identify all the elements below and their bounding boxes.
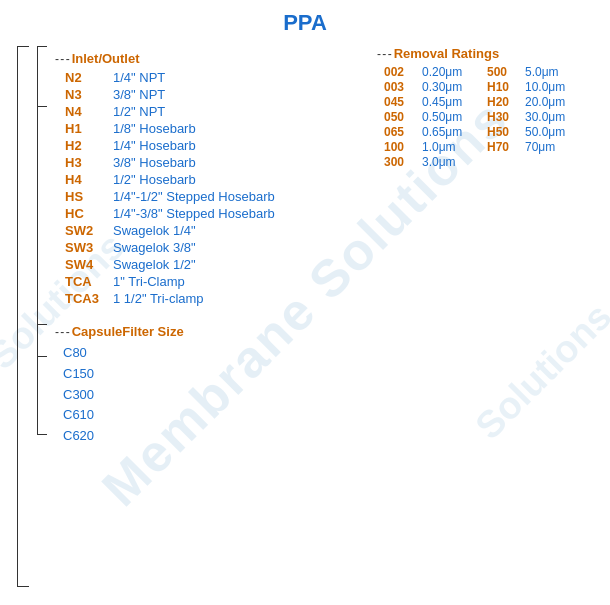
- r-val-empty: [525, 155, 595, 169]
- capsule-item-4: C620: [63, 426, 184, 447]
- inlet-code-3: H1: [65, 121, 113, 136]
- r-code-empty: [487, 155, 525, 169]
- top-tick: [17, 46, 29, 47]
- r-code-4: 045: [384, 95, 422, 109]
- inlet-desc-9: Swagelok 1/4": [113, 223, 595, 238]
- capsule-items: C80 C150 C300 C610 C620: [63, 343, 184, 447]
- bottom-tick: [17, 586, 29, 587]
- capsule-bottom-tick: [37, 434, 47, 435]
- capsule-filter-section: - - - CapsuleFilter Size C80 C150 C300 C…: [35, 324, 595, 447]
- r-code-9: H50: [487, 125, 525, 139]
- inlet-top-tick: [37, 46, 47, 47]
- removal-arrow: - - -: [377, 47, 391, 61]
- inlet-vline: [37, 46, 38, 356]
- inlet-code-6: H4: [65, 172, 113, 187]
- r-val-9: 50.0μm: [525, 125, 595, 139]
- inlet-desc-10: Swagelok 3/8": [113, 240, 595, 255]
- capsule-header: - - - CapsuleFilter Size: [55, 324, 184, 339]
- inlet-code-11: SW4: [65, 257, 113, 272]
- page-title: PPA: [15, 10, 595, 36]
- inlet-code-4: H2: [65, 138, 113, 153]
- inlet-code-8: HC: [65, 206, 113, 221]
- capsule-item-3: C610: [63, 405, 184, 426]
- capsule-item-1: C150: [63, 364, 184, 385]
- r-code-8: 065: [384, 125, 422, 139]
- capsule-item-2: C300: [63, 385, 184, 406]
- capsule-label: CapsuleFilter Size: [72, 324, 184, 339]
- removal-ratings-label: Removal Ratings: [394, 46, 499, 61]
- r-code-11: H70: [487, 140, 525, 154]
- r-code-7: H30: [487, 110, 525, 124]
- outer-vline: [17, 46, 18, 586]
- r-val-0: 0.20μm: [422, 65, 487, 79]
- r-code-10: 100: [384, 140, 422, 154]
- capsule-arrow: - - -: [55, 325, 69, 339]
- inlet-desc-13: 1 1/2" Tri-clamp: [113, 291, 595, 306]
- r-val-5: 20.0μm: [525, 95, 595, 109]
- r-val-8: 0.65μm: [422, 125, 487, 139]
- inlet-code-2: N4: [65, 104, 113, 119]
- r-code-6: 050: [384, 110, 422, 124]
- capsule-vline: [37, 324, 38, 434]
- inlet-code-7: HS: [65, 189, 113, 204]
- capsule-content: - - - CapsuleFilter Size C80 C150 C300 C…: [55, 324, 184, 447]
- removal-ratings-grid: 002 0.20μm 500 5.0μm 003 0.30μm H10 10.0…: [384, 65, 595, 169]
- r-val-3: 10.0μm: [525, 80, 595, 94]
- r-code-0: 002: [384, 65, 422, 79]
- r-val-6: 0.50μm: [422, 110, 487, 124]
- capsule-item-0: C80: [63, 343, 184, 364]
- r-code-5: H20: [487, 95, 525, 109]
- inlet-desc-8: 1/4"-3/8" Stepped Hosebarb: [113, 206, 595, 221]
- r-code-12: 300: [384, 155, 422, 169]
- r-code-2: 003: [384, 80, 422, 94]
- r-val-10: 1.0μm: [422, 140, 487, 154]
- page-content: PPA: [0, 0, 610, 457]
- r-val-2: 0.30μm: [422, 80, 487, 94]
- inlet-code-9: SW2: [65, 223, 113, 238]
- inlet-arrow: - - -: [55, 52, 69, 66]
- inlet-code-13: TCA3: [65, 291, 113, 306]
- inlet-code-10: SW3: [65, 240, 113, 255]
- inlet-code-12: TCA: [65, 274, 113, 289]
- inlet-label: Inlet/Outlet: [72, 51, 140, 66]
- removal-ratings-header: - - - Removal Ratings: [376, 46, 595, 61]
- capsule-top-tick: [37, 324, 47, 325]
- r-val-11: 70μm: [525, 140, 595, 154]
- inlet-desc-12: 1" Tri-Clamp: [113, 274, 595, 289]
- r-code-3: H10: [487, 80, 525, 94]
- r-val-1: 5.0μm: [525, 65, 595, 79]
- inlet-code-5: H3: [65, 155, 113, 170]
- r-val-4: 0.45μm: [422, 95, 487, 109]
- r-val-12: 3.0μm: [422, 155, 487, 169]
- inlet-desc-11: Swagelok 1/2": [113, 257, 595, 272]
- removal-ratings-section: - - - Removal Ratings 002 0.20μm 500 5.0…: [376, 46, 595, 169]
- r-val-7: 30.0μm: [525, 110, 595, 124]
- inlet-code-0: N2: [65, 70, 113, 85]
- inlet-code-1: N3: [65, 87, 113, 102]
- r-code-1: 500: [487, 65, 525, 79]
- inlet-desc-6: 1/2" Hosebarb: [113, 172, 595, 187]
- inlet-desc-7: 1/4"-1/2" Stepped Hosebarb: [113, 189, 595, 204]
